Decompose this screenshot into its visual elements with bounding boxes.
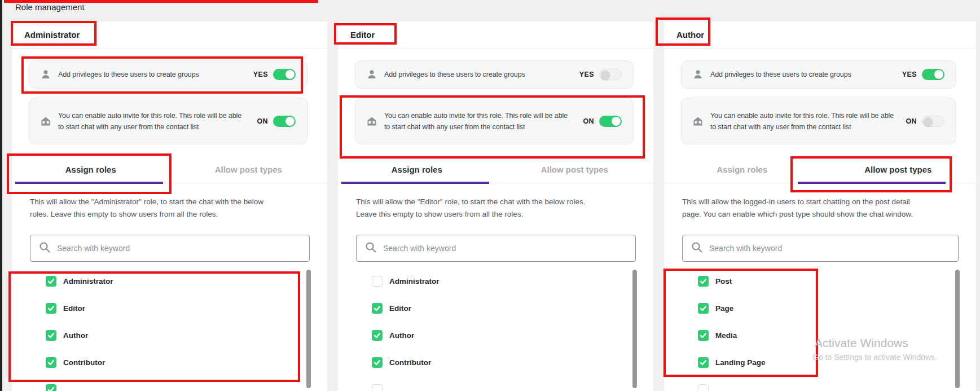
tab-assign-roles[interactable]: Assign roles	[664, 159, 820, 183]
auto-invite-setting-row: You can enable auto invite for this role…	[681, 98, 956, 144]
unchecked-checkbox[interactable]	[698, 384, 709, 391]
toggle-state-label: YES	[579, 71, 594, 78]
create-groups-toggle[interactable]	[599, 69, 622, 80]
create-groups-label: Add privileges to these users to create …	[710, 71, 851, 78]
card-header: Editor	[338, 21, 653, 49]
search-input[interactable]	[709, 244, 950, 253]
invite-icon	[367, 116, 377, 126]
active-tab-underline	[341, 182, 489, 184]
active-tab-underline	[798, 182, 946, 184]
checkbox-label: Post	[715, 277, 732, 285]
list-item	[372, 384, 653, 391]
toggle-state-label: ON	[906, 117, 917, 125]
toggle-state-label: YES	[902, 71, 917, 78]
create-groups-toggle[interactable]	[922, 69, 944, 80]
auto-invite-label: You can enable auto invite for this role…	[384, 110, 568, 133]
checkbox-label: Administrator	[389, 277, 440, 285]
tab-bar: Assign roles Allow post types	[12, 159, 327, 183]
checked-checkbox[interactable]	[372, 303, 383, 314]
list-scrollbar[interactable]	[955, 270, 960, 388]
admin-sidebar-edge	[0, 0, 2, 391]
tab-description: This will allow the "Editor" role, to st…	[356, 196, 636, 221]
search-icon	[38, 241, 51, 256]
toggle-knob	[924, 117, 933, 126]
create-groups-setting-row: Add privileges to these users to create …	[681, 60, 956, 89]
role-title: Administrator	[24, 30, 80, 39]
role-title: Author	[676, 30, 704, 39]
create-groups-toggle[interactable]	[273, 69, 296, 80]
toggle-knob	[285, 70, 295, 79]
tab-allow-post-types[interactable]: Allow post types	[820, 159, 977, 183]
checked-checkbox[interactable]	[698, 330, 709, 341]
toggle-knob	[601, 71, 610, 80]
active-tab-underline	[15, 182, 163, 184]
list-item: Media	[698, 330, 976, 341]
list-item	[46, 384, 327, 391]
toggle-knob	[285, 117, 295, 126]
user-icon	[41, 69, 51, 80]
tab-assign-roles[interactable]: Assign roles	[338, 159, 496, 183]
list-item: Page	[698, 303, 976, 314]
auto-invite-toggle[interactable]	[922, 116, 944, 127]
auto-invite-label: You can enable auto invite for this role…	[710, 110, 894, 133]
checked-checkbox[interactable]	[698, 357, 709, 368]
checked-checkbox[interactable]	[46, 384, 56, 391]
list-item: Author	[372, 330, 653, 341]
toggle-state-label: ON	[257, 117, 268, 125]
unchecked-checkbox[interactable]	[372, 276, 383, 287]
checkbox-label: Editor	[389, 304, 411, 313]
checkbox-label: Page	[715, 304, 733, 313]
auto-invite-setting-row: You can enable auto invite for this role…	[29, 98, 307, 144]
search-input[interactable]	[57, 244, 301, 253]
checked-checkbox[interactable]	[698, 303, 709, 314]
checkbox-label: Contributor	[389, 358, 431, 367]
list-item: Landing Page	[698, 357, 976, 368]
search-icon	[691, 241, 703, 256]
tab-description: This will allow the "Administrator" role…	[30, 196, 310, 221]
role-title: Editor	[350, 30, 375, 39]
list-item: Editor	[372, 303, 653, 314]
invite-icon	[41, 116, 51, 126]
list-item: Editor	[46, 303, 327, 314]
checked-checkbox[interactable]	[46, 357, 56, 368]
auto-invite-setting-row: You can enable auto invite for this role…	[355, 98, 634, 144]
tab-bar: Assign roles Allow post types	[664, 159, 976, 183]
tab-allow-post-types[interactable]: Allow post types	[170, 159, 328, 183]
auto-invite-toggle[interactable]	[599, 116, 622, 127]
tab-assign-roles[interactable]: Assign roles	[12, 159, 170, 183]
tab-description: This will allow the logged-in users to s…	[682, 196, 959, 221]
create-groups-label: Add privileges to these users to create …	[384, 71, 525, 78]
auto-invite-label: You can enable auto invite for this role…	[58, 110, 241, 133]
auto-invite-toggle[interactable]	[273, 116, 296, 127]
list-item: Post	[698, 276, 976, 287]
list-item	[698, 384, 976, 391]
checked-checkbox[interactable]	[46, 303, 56, 314]
list-item: Administrator	[46, 276, 327, 287]
toggle-knob	[612, 117, 621, 126]
list-scrollbar[interactable]	[632, 270, 637, 388]
checked-checkbox[interactable]	[372, 330, 383, 341]
unchecked-checkbox[interactable]	[372, 384, 383, 391]
checkbox-label: Media	[715, 331, 737, 340]
checked-checkbox[interactable]	[372, 357, 383, 368]
list-item: Contributor	[46, 357, 327, 368]
role-card-editor: Editor Add privileges to these users to …	[338, 21, 653, 391]
user-icon	[693, 69, 703, 80]
create-groups-label: Add privileges to these users to create …	[58, 71, 199, 78]
card-header: Administrator	[12, 21, 327, 49]
post-types-checkbox-list: PostPageMediaLanding Page	[664, 276, 976, 391]
checkbox-label: Landing Page	[715, 358, 766, 367]
checkbox-label: Editor	[63, 304, 85, 313]
tab-allow-post-types[interactable]: Allow post types	[496, 159, 654, 183]
page-title: Role management	[15, 2, 85, 12]
checked-checkbox[interactable]	[698, 276, 709, 287]
toggle-state-label: ON	[583, 117, 594, 125]
checked-checkbox[interactable]	[46, 276, 56, 287]
search-box	[356, 235, 636, 262]
search-input[interactable]	[383, 244, 627, 253]
toggle-knob	[934, 70, 943, 79]
list-scrollbar[interactable]	[306, 270, 311, 388]
checked-checkbox[interactable]	[46, 330, 56, 341]
card-header: Author	[664, 21, 976, 49]
checkbox-label: Author	[63, 331, 88, 340]
